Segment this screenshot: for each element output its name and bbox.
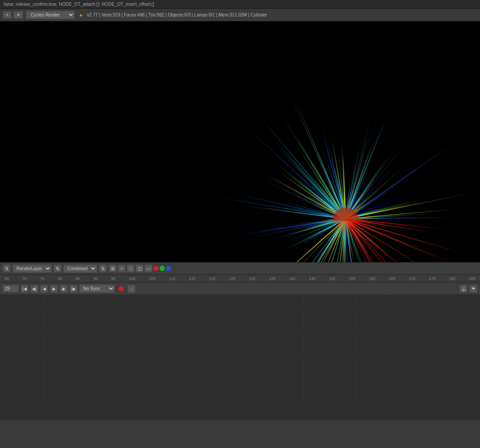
record-dot[interactable]: [119, 286, 124, 292]
ruler-ticks: 65 70 75 80 85 90 95 100 105 110 115 120…: [4, 276, 476, 281]
green-dot[interactable]: [160, 266, 165, 271]
playback-bar: |◀ ◀| ◀ ▶ ▶ |▶ No Sync ⬦ ⚓ ⚑: [0, 283, 480, 295]
viewport-canvas: [0, 21, 480, 262]
window-close-button[interactable]: ✕: [13, 11, 23, 19]
timeline-toggle[interactable]: ⇅: [3, 264, 11, 272]
marker-button[interactable]: ⚑: [469, 285, 477, 293]
icon-img2[interactable]: ◫: [135, 264, 144, 272]
timeline-bar: ⇅ RenderLayer ⇅ Combined ⇅ ⊞ ✕ □ ◫ —: [0, 262, 480, 275]
window-add-button[interactable]: +: [3, 11, 12, 19]
viewport-icons: ⊞ ✕ □ ◫ —: [109, 264, 171, 272]
keyframe-button[interactable]: ⬦: [127, 285, 135, 293]
header-info: v2.77 | Verts:529 | Faces:496 | Tris:992…: [87, 12, 267, 17]
snap-button[interactable]: ⚓: [459, 285, 468, 293]
combined-select[interactable]: Combined: [63, 264, 97, 273]
frame-ruler: 65 70 75 80 85 90 95 100 105 110 115 120…: [0, 275, 480, 283]
header: + ✕ Cycles Render ● v2.77 | Verts:529 | …: [0, 9, 480, 21]
skip-start-button[interactable]: |◀: [21, 285, 29, 293]
render-layer-select[interactable]: RenderLayer: [12, 264, 52, 273]
frame-input[interactable]: [3, 285, 19, 292]
blender-logo: ●: [79, 12, 82, 18]
node-editor: Particle Info Index Age Lifetime Locatio…: [0, 295, 480, 420]
viewport: [0, 21, 480, 262]
play-button[interactable]: ▶: [50, 285, 58, 293]
top-bar: :false; release_confirm:true; NODE_OT_at…: [0, 0, 480, 9]
prev-frame-button[interactable]: ◀: [40, 285, 48, 293]
icon-minus[interactable]: —: [144, 264, 152, 272]
node-grid: [0, 295, 480, 420]
renderlayer-arrows[interactable]: ⇅: [53, 264, 62, 272]
topbar-text: :false; release_confirm:true; NODE_OT_at…: [3, 2, 154, 7]
combined-arrows[interactable]: ⇅: [99, 264, 107, 272]
sync-select[interactable]: No Sync: [79, 284, 115, 293]
icon-img[interactable]: □: [127, 264, 135, 272]
next-keyframe-button[interactable]: |▶: [70, 285, 78, 293]
blue-dot[interactable]: [166, 266, 171, 271]
red-dot[interactable]: [153, 266, 159, 271]
icon-grid[interactable]: ⊞: [109, 264, 117, 272]
render-engine-select[interactable]: Cycles Render: [26, 11, 75, 19]
prev-keyframe-button[interactable]: ◀|: [30, 285, 38, 293]
icon-x[interactable]: ✕: [118, 264, 126, 272]
next-frame-button[interactable]: ▶: [60, 285, 68, 293]
